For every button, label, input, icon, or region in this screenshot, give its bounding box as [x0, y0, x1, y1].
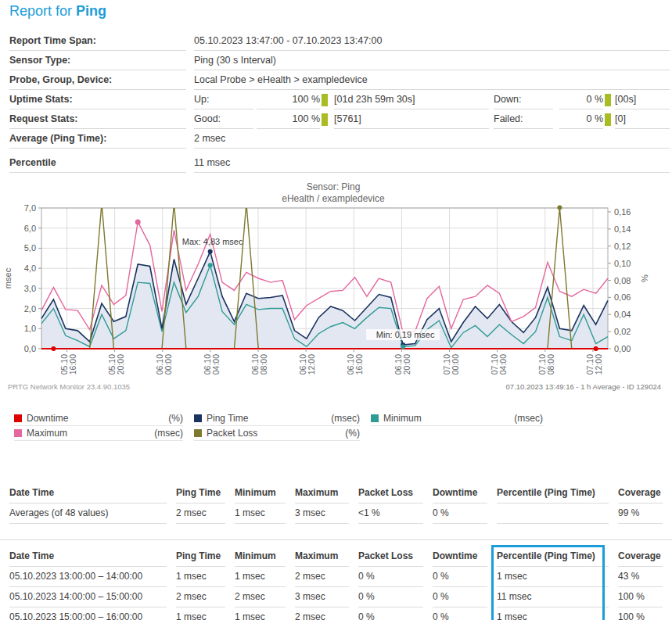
uptime-down-status-block [605, 94, 611, 106]
legend-series-name: Packet Loss [207, 428, 345, 439]
row-sensor-type: Sensor Type: Ping (30 s Interval) [9, 51, 670, 70]
row-report-time-span: Report Time Span: 05.10.2023 13:47:00 - … [9, 31, 670, 51]
legend-series-name: Ping Time [207, 413, 331, 424]
x-tick-time-label: 04:00 [211, 354, 221, 375]
table-cell: 43 % [618, 567, 663, 587]
table-cell: 1 msec [235, 607, 286, 620]
column-header: Coverage [618, 483, 663, 504]
table-cell: 2 msec [176, 504, 225, 524]
table-cell: 0 % [433, 504, 487, 524]
legend-swatch-icon [194, 429, 202, 437]
column-header: Coverage [618, 547, 663, 567]
left-tick-label: 1,0 [24, 324, 36, 333]
chart-footer-left: PRTG Network Monitor 23.4.90.1035 [8, 382, 130, 391]
sensor-type-label: Sensor Type: [9, 51, 186, 70]
probe-group-device-label: Probe, Group, Device: [9, 70, 186, 90]
table-cell: 1 msec [235, 567, 286, 587]
table-cell: 0 % [433, 587, 487, 607]
left-tick-label: 5,0 [24, 243, 36, 253]
right-tick-label: 0,02 [614, 327, 631, 336]
uptime-up-percent: 100 % [257, 90, 320, 109]
table-cell: 3 msec [295, 504, 349, 524]
legend-swatch-icon [194, 414, 202, 422]
x-tick-time-label: 16:00 [354, 354, 364, 375]
x-tick-time-label: 00:00 [451, 354, 460, 375]
column-header: Percentile (Ping Time) [497, 547, 609, 567]
sensor-type-value: Ping (30 s Interval) [194, 51, 670, 70]
uptime-up-duration: [01d 23h 59m 30s] [334, 90, 489, 109]
table-cell: 05.10.2023 14:00:00 – 15:00:00 [9, 587, 167, 607]
table-cell: Averages (of 48 values) [9, 504, 167, 524]
legend-series-name: Downtime [27, 413, 168, 424]
right-tick-label: 0,10 [614, 259, 631, 268]
legend-series-unit: (msec) [331, 413, 360, 424]
report-page: Report for Ping Report Time Span: 05.10.… [0, 2, 672, 620]
request-failed-status-block [605, 113, 611, 126]
request-stats-label: Request Stats: [9, 109, 186, 129]
right-tick-label: 0,06 [614, 292, 631, 302]
legend-item: Maximum(msec) [14, 426, 183, 441]
uptime-down-percent: 0 % [559, 90, 603, 109]
legend-series-name: Minimum [383, 413, 514, 424]
report-time-span-value: 05.10.2023 13:47:00 - 07.10.2023 13:47:0… [194, 31, 670, 51]
right-axis-title: % [640, 274, 649, 282]
request-good-label: Good: [194, 109, 253, 129]
averages-table: Date TimePing TimeMinimumMaximumPacket L… [0, 483, 672, 524]
table-cell: 100 % [618, 607, 663, 620]
column-header: Maximum [295, 483, 349, 504]
page-title-sensor: Ping [76, 3, 106, 19]
x-tick-time-label: 00:00 [164, 354, 173, 375]
table-cell: 1 msec [497, 607, 609, 620]
table-cell: 1 msec [176, 567, 225, 587]
left-tick-label: 6,0 [24, 224, 36, 233]
table-cell: 11 msec [497, 587, 609, 607]
left-tick-label: 7,0 [24, 203, 36, 213]
x-tick-time-label: 12:00 [307, 354, 316, 375]
row-probe-group-device: Probe, Group, Device: Local Probe > eHea… [9, 70, 670, 90]
column-header: Downtime [433, 483, 487, 504]
table-cell: 1 msec [497, 567, 609, 587]
chart-title: Sensor: Ping [307, 181, 361, 192]
uptime-stats-label: Uptime Stats: [9, 90, 186, 109]
page-title-prefix: Report for [9, 3, 76, 19]
column-header: Date Time [9, 547, 167, 567]
uptime-down-label: Down: [494, 90, 553, 109]
legend-series-name: Maximum [27, 428, 154, 439]
request-failed-count: [0] [615, 109, 670, 129]
chart-annotation: Max: 4,83 msec [182, 237, 243, 246]
row-percentile: Percentile 11 msec [9, 153, 670, 173]
average-value: 2 msec [194, 129, 670, 149]
uptime-down-duration: [00s] [615, 90, 670, 109]
column-header: Minimum [235, 483, 286, 504]
right-tick-label: 0,16 [614, 207, 631, 217]
data-point-marker [401, 344, 405, 349]
column-header: Ping Time [176, 483, 225, 504]
table-cell: 3 msec [295, 587, 349, 607]
chart-annotation: Min: 0,19 msec [376, 330, 435, 339]
data-point-marker [51, 346, 56, 351]
x-tick-time-label: 08:00 [259, 354, 268, 375]
x-tick-time-label: 08:00 [546, 354, 555, 375]
table-cell: 2 msec [295, 567, 349, 587]
column-header: Date Time [9, 483, 167, 504]
request-good-percent: 100 % [257, 109, 320, 129]
uptime-up-status-block [322, 94, 328, 106]
x-tick-time-label: 20:00 [116, 354, 125, 375]
column-header: Packet Loss [358, 547, 423, 567]
legend-item: Minimum(msec) [371, 411, 543, 426]
request-failed-percent: 0 % [559, 109, 603, 129]
column-header: Maximum [295, 547, 349, 567]
uptime-up-label: Up: [194, 90, 253, 109]
report-summary: Report Time Span: 05.10.2023 13:47:00 - … [0, 31, 672, 173]
column-header: Ping Time [176, 547, 225, 567]
table-cell: 100 % [618, 587, 663, 607]
table-cell: 2 msec [235, 587, 286, 607]
right-tick-label: 0,12 [614, 242, 631, 251]
legend-series-unit: (%) [168, 413, 183, 424]
left-tick-label: 4,0 [24, 263, 36, 273]
table-cell: 0 % [358, 607, 423, 620]
right-tick-label: 0,08 [614, 276, 631, 285]
table-cell: 1 msec [235, 504, 286, 524]
column-header: Percentile (Ping Time) [497, 483, 609, 504]
percentile-label: Percentile [9, 153, 186, 173]
